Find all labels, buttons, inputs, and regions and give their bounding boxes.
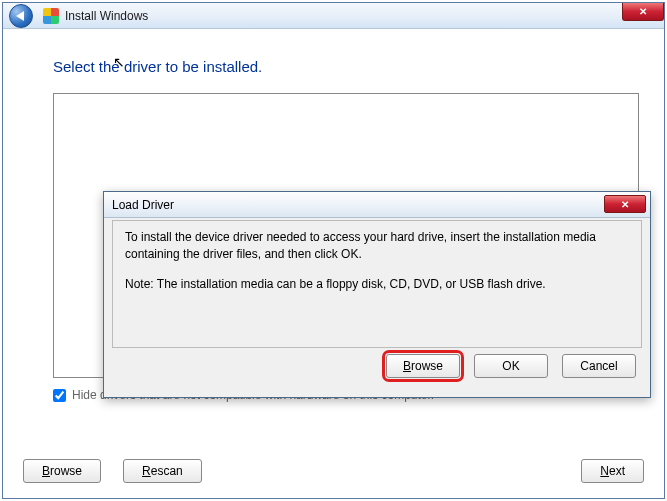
back-button[interactable] [9, 4, 33, 28]
next-button[interactable]: Next [581, 459, 644, 483]
dialog-body: To install the device driver needed to a… [104, 218, 650, 386]
dialog-text-2: Note: The installation media can be a fl… [125, 276, 629, 293]
dialog-titlebar: Load Driver ✕ [104, 192, 650, 218]
windows-flag-icon [43, 8, 59, 24]
window-title: Install Windows [65, 9, 148, 23]
dialog-browse-button[interactable]: Browse [386, 354, 460, 378]
dialog-button-row: Browse OK Cancel [112, 348, 642, 378]
bottom-button-bar: Browse Rescan Next [23, 458, 644, 484]
dialog-text-1: To install the device driver needed to a… [125, 229, 629, 264]
browse-button[interactable]: Browse [23, 459, 101, 483]
close-button[interactable]: ✕ [622, 3, 664, 21]
install-windows-window: Install Windows ✕ Select the driver to b… [2, 2, 665, 499]
dialog-ok-button[interactable]: OK [474, 354, 548, 378]
back-arrow-icon [16, 11, 24, 21]
rescan-button[interactable]: Rescan [123, 459, 202, 483]
next-label: ext [609, 464, 625, 478]
titlebar: Install Windows ✕ [3, 3, 664, 29]
dialog-cancel-button[interactable]: Cancel [562, 354, 636, 378]
close-icon: ✕ [621, 199, 629, 210]
dialog-title: Load Driver [112, 198, 174, 212]
browse-label: rowse [50, 464, 82, 478]
hide-drivers-checkbox[interactable] [53, 389, 66, 402]
close-icon: ✕ [639, 6, 647, 17]
load-driver-dialog: Load Driver ✕ To install the device driv… [103, 191, 651, 398]
dialog-message: To install the device driver needed to a… [112, 220, 642, 348]
dialog-close-button[interactable]: ✕ [604, 195, 646, 213]
page-heading: Select the driver to be installed. [53, 58, 644, 75]
rescan-label: escan [151, 464, 183, 478]
